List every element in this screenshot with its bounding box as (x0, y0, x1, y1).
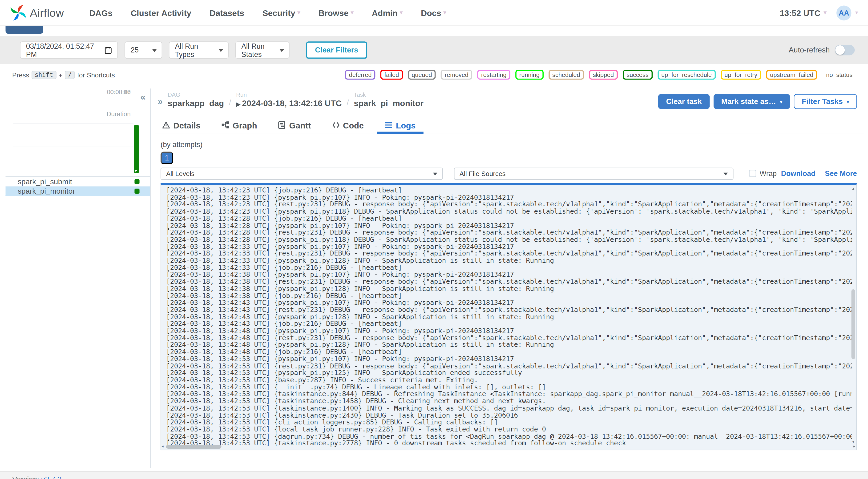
vertical-scroll-thumb[interactable] (851, 289, 855, 359)
run-duration-bar[interactable]: ▶ (134, 125, 139, 173)
breadcrumb-run[interactable]: Run ▶2024-03-18, 13:42:16 UTC (236, 91, 342, 108)
detail-panel: » DAG sparkapp_dag / Run ▶2024-03-18, 13… (155, 89, 864, 471)
nav-item[interactable]: Datasets (210, 8, 244, 18)
avatar: AA (836, 5, 851, 20)
airflow-grid-page: Airflow DAGsCluster ActivityDatasetsSecu… (0, 0, 868, 479)
log-line: [2024-03-18, 13:42:43 UTC] {pyspark_pi.p… (166, 299, 852, 307)
task-row[interactable]: spark_pi_monitor (6, 186, 150, 196)
status-badge[interactable]: failed (380, 70, 403, 79)
filter-tasks-button[interactable]: Filter Tasks▾ (794, 94, 857, 109)
horizontal-scroll-thumb[interactable] (166, 445, 221, 449)
clear-task-button[interactable]: Clear task (658, 94, 710, 109)
file-sources-select[interactable]: All File Sources (454, 167, 733, 180)
tab-logs[interactable]: Logs (384, 117, 417, 133)
state-legend: deferredfailedqueuedremovedrestartingrun… (345, 70, 857, 79)
task-name: spark_pi_monitor (18, 187, 75, 195)
mark-state-button[interactable]: Mark state as…▾ (714, 94, 790, 109)
nav-item[interactable]: DAGs (89, 8, 113, 18)
tab-details[interactable]: Details (161, 117, 202, 133)
log-line: [2024-03-18, 13:42:53 UTC] {rest.py:231}… (166, 363, 852, 370)
tab-graph[interactable]: Graph (220, 117, 258, 133)
log-line: [2024-03-18, 13:42:53 UTC] {base.py:287}… (166, 377, 852, 384)
status-badge[interactable]: up_for_retry (721, 70, 761, 79)
status-badge[interactable]: upstream_failed (766, 70, 817, 79)
log-levels-select[interactable]: All Levels (160, 167, 443, 180)
log-line: [2024-03-18, 13:42:53 UTC] {dagrun.py:73… (166, 433, 852, 440)
status-badge[interactable]: no_status (822, 70, 857, 79)
scroll-down-icon[interactable]: ▼ (851, 440, 855, 444)
task-state-square[interactable] (134, 179, 139, 184)
logs-icon (385, 121, 393, 129)
page-size-select[interactable]: 25 (125, 41, 162, 59)
task-label: Task (354, 91, 424, 98)
toggle-knob (835, 45, 845, 55)
base-date-input[interactable]: 03/18/2024, 01:52:47 PM (20, 41, 118, 59)
scroll-right-icon[interactable]: ▸ (854, 444, 855, 449)
shortcut-text: for Shortcuts (77, 71, 115, 79)
nav-item-label: Datasets (210, 8, 244, 18)
nav-item[interactable]: Security▾ (262, 8, 300, 18)
shift-key: shift (31, 71, 56, 79)
log-line: [2024-03-18, 13:42:33 UTC] {rest.py:231}… (166, 250, 852, 257)
status-badge[interactable]: scheduled (549, 70, 584, 79)
nav-item[interactable]: Cluster Activity (131, 8, 191, 18)
dag-label: DAG (167, 91, 224, 98)
log-line: [2024-03-18, 13:42:53 UTC] {local_task_j… (166, 426, 852, 433)
breadcrumb-dag[interactable]: DAG sparkapp_dag (167, 91, 224, 108)
nav-item[interactable]: Browse▾ (318, 8, 353, 18)
download-link[interactable]: Download (781, 169, 815, 178)
see-more-link[interactable]: See More (825, 169, 857, 178)
tab-code[interactable]: Code (331, 117, 365, 133)
log-viewer[interactable]: [2024-03-18, 13:42:23 UTC] {job.py:216} … (160, 183, 857, 450)
tab-gantt[interactable]: Gantt (277, 117, 312, 133)
expand-panel-icon[interactable]: » (158, 97, 163, 108)
log-line: [2024-03-18, 13:42:23 UTC] {pyspark_pi.p… (166, 194, 852, 201)
log-line: [2024-03-18, 13:42:48 UTC] {rest.py:231}… (166, 334, 852, 342)
warning-icon (162, 121, 170, 129)
wrap-toggle[interactable]: Wrap (749, 169, 777, 178)
log-line: [2024-03-18, 13:42:28 UTC] {rest.py:231}… (166, 229, 852, 236)
status-badge[interactable]: up_for_reschedule (657, 70, 715, 79)
status-badge[interactable]: queued (408, 70, 436, 79)
user-menu[interactable]: AA ▾ (836, 5, 858, 20)
collapse-sidebar-icon[interactable]: « (140, 92, 146, 103)
vertical-scrollbar[interactable]: ▲ ▼ (851, 186, 856, 444)
breadcrumb-task[interactable]: Task spark_pi_monitor (354, 91, 424, 108)
status-badge[interactable]: removed (441, 70, 472, 79)
grid-sidebar: « Duration 00:00:3700:00:1800:00:00 ▶ sp… (6, 89, 151, 468)
log-line: [2024-03-18, 13:42:48 UTC] {job.py:216} … (166, 349, 852, 356)
task-state-square[interactable] (134, 188, 139, 193)
log-line: [2024-03-18, 13:42:53 UTC] {taskinstance… (166, 412, 852, 419)
code-icon (332, 121, 340, 129)
scroll-left-icon[interactable]: ◂ (162, 444, 164, 449)
task-row[interactable]: spark_pi_submit (6, 177, 150, 186)
airflow-brand[interactable]: Airflow (10, 4, 64, 21)
nav-item-label: DAGs (89, 8, 113, 18)
dag-value: sparkapp_dag (167, 99, 224, 108)
horizontal-scrollbar[interactable]: ◂ ▸ (162, 444, 850, 449)
clear-filters-button[interactable]: Clear Filters (306, 41, 367, 59)
status-badge[interactable]: skipped (589, 70, 618, 79)
grid-view-button-partial[interactable] (6, 26, 43, 34)
run-types-select[interactable]: All Run Types (169, 41, 228, 59)
log-line: [2024-03-18, 13:42:23 UTC] {pyspark_pi.p… (166, 208, 852, 215)
log-line: [2024-03-18, 13:42:28 UTC] {pyspark_pi.p… (166, 236, 852, 243)
shortcut-hint: Press shift + / for Shortcuts (12, 71, 115, 79)
status-badge[interactable]: running (515, 70, 544, 79)
status-badge[interactable]: success (623, 70, 652, 79)
nav-item[interactable]: Admin▾ (372, 8, 403, 18)
version-link[interactable]: v2.7.2 (41, 475, 61, 479)
auto-refresh-toggle[interactable] (835, 45, 855, 55)
wrap-checkbox[interactable] (749, 170, 756, 177)
run-states-select[interactable]: All Run States (235, 41, 289, 59)
version-label: Version: (12, 475, 39, 479)
status-badge[interactable]: deferred (345, 70, 375, 79)
scroll-up-icon[interactable]: ▲ (851, 186, 855, 190)
attempt-1-button[interactable]: 1 (160, 152, 173, 164)
clock-menu[interactable]: 13:52 UTC ▾ (780, 8, 826, 18)
gridline (13, 123, 133, 124)
nav-item[interactable]: Docs▾ (421, 8, 446, 18)
log-line: [2024-03-18, 13:42:43 UTC] {job.py:216} … (166, 320, 852, 327)
log-line: [2024-03-18, 13:42:28 UTC] {pyspark_pi.p… (166, 222, 852, 229)
status-badge[interactable]: restarting (477, 70, 510, 79)
